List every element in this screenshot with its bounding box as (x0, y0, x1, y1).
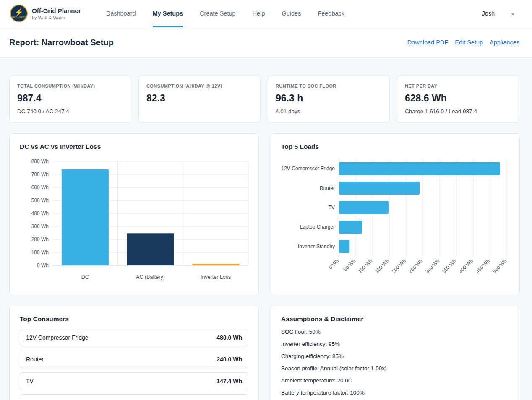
main-content: TOTAL CONSUMPTION (WH/DAY)987.4DC 740.0 … (0, 58, 532, 400)
chart-title: DC vs AC vs Inverter Loss (20, 143, 248, 151)
stat-card-net-per-day: NET PER DAY628.6 WhCharge 1,616.0 / Load… (397, 75, 519, 123)
dc-ac-inverter-bar-chart: 0 Wh100 Wh200 Wh300 Wh400 Wh500 Wh600 Wh… (20, 156, 248, 286)
appliances-link[interactable]: Appliances (490, 39, 519, 46)
svg-text:300 Wh: 300 Wh (31, 223, 49, 229)
top-5-loads-bar-chart: 0 Wh50 Wh100 Wh150 Wh200 Wh250 Wh300 Wh3… (281, 156, 509, 285)
page-title: Report: Narrowboat Setup (9, 38, 114, 47)
svg-text:150 Wh: 150 Wh (374, 258, 390, 274)
assumption-line: Inverter efficiency: 95% (281, 341, 509, 347)
svg-text:100 Wh: 100 Wh (31, 249, 49, 255)
navbar: ⚡ WATT & WATER Off-Grid Planner by Watt … (0, 0, 532, 27)
svg-text:250 Wh: 250 Wh (407, 258, 424, 274)
stat-label: NET PER DAY (405, 83, 511, 88)
brand[interactable]: ⚡ WATT & WATER Off-Grid Planner by Watt … (10, 5, 81, 22)
stat-card-runtime-to-soc-floor: RUNTIME TO SOC FLOOR96.3 h4.01 days (268, 75, 390, 123)
brand-text: Off-Grid Planner by Watt & Water (32, 7, 81, 20)
stat-card-total-consumption-wh-day: TOTAL CONSUMPTION (WH/DAY)987.4DC 740.0 … (9, 75, 131, 123)
edit-setup-link[interactable]: Edit Setup (455, 39, 483, 46)
consumer-row-router: Router240.0 Wh (20, 351, 248, 368)
chart-card-top-5-loads: Top 5 Loads 0 Wh50 Wh100 Wh150 Wh200 Wh2… (271, 133, 520, 295)
nav-items: DashboardMy SetupsCreate SetupHelpGuides… (106, 0, 344, 27)
user-menu[interactable]: Josh ⌄ (482, 10, 522, 17)
svg-text:TV: TV (329, 205, 335, 210)
bar-laptop-charger (339, 221, 362, 234)
consumer-value: 480.0 Wh (216, 334, 242, 341)
svg-text:0 Wh: 0 Wh (327, 258, 340, 270)
download-pdf-link[interactable]: Download PDF (407, 39, 449, 46)
svg-text:300 Wh: 300 Wh (424, 258, 441, 274)
header-actions: Download PDFEdit SetupAppliances (407, 39, 519, 46)
top-5-loads-chart-svg: 0 Wh50 Wh100 Wh150 Wh200 Wh250 Wh300 Wh3… (281, 156, 509, 283)
nav-item-create-setup[interactable]: Create Setup (200, 0, 235, 27)
svg-text:Inverter Loss: Inverter Loss (201, 274, 231, 280)
assumptions-card: Assumptions & Disclaimer SOC floor: 50%I… (271, 306, 519, 400)
chart-title: Top 5 Loads (281, 143, 509, 151)
consumer-name: 12V Compressor Fridge (26, 334, 89, 341)
consumer-value: 240.0 Wh (216, 356, 242, 363)
svg-text:200 Wh: 200 Wh (391, 258, 407, 274)
svg-text:400 Wh: 400 Wh (458, 258, 474, 274)
assumptions-title: Assumptions & Disclaimer (281, 315, 509, 323)
svg-text:Inverter Standby: Inverter Standby (298, 244, 335, 249)
chevron-down-icon: ⌄ (511, 10, 515, 16)
svg-text:700 Wh: 700 Wh (31, 171, 49, 177)
bar-tv (339, 201, 389, 214)
stat-subtext: DC 740.0 / AC 247.4 (17, 108, 123, 114)
svg-text:Router: Router (320, 185, 335, 191)
stats-row: TOTAL CONSUMPTION (WH/DAY)987.4DC 740.0 … (9, 75, 519, 123)
stat-label: RUNTIME TO SOC FLOOR (276, 83, 382, 88)
consumer-name: Router (26, 356, 44, 363)
stat-card-consumption-ah-day-12v: CONSUMPTION (AH/DAY @ 12V)82.3 (138, 75, 261, 123)
svg-text:100 Wh: 100 Wh (357, 258, 373, 274)
bar-inverter-standby (339, 240, 349, 253)
assumption-line: Season profile: Annual (solar factor 1.0… (281, 365, 509, 371)
assumption-line: Ambient temperature: 20.0C (281, 377, 509, 384)
bar-inverter-loss (192, 264, 239, 265)
nav-item-feedback[interactable]: Feedback (318, 0, 344, 27)
svg-text:Laptop Charger: Laptop Charger (300, 224, 335, 230)
stat-value: 96.3 h (276, 93, 382, 104)
stat-value: 82.3 (146, 93, 253, 104)
consumer-row-12v-compressor-fridge: 12V Compressor Fridge480.0 Wh (20, 329, 248, 346)
top-consumers-title: Top Consumers (20, 315, 248, 323)
stat-subtext: Charge 1,616.0 / Load 987.4 (405, 108, 511, 114)
svg-text:DC: DC (81, 274, 89, 280)
bar-ac-battery (127, 233, 174, 265)
svg-text:200 Wh: 200 Wh (31, 236, 49, 242)
brand-subtitle: by Watt & Water (32, 15, 81, 20)
brand-logo-icon: ⚡ WATT & WATER (10, 5, 28, 22)
svg-text:500 Wh: 500 Wh (491, 258, 508, 274)
svg-text:12V Compressor Fridge: 12V Compressor Fridge (282, 166, 335, 171)
nav-item-guides[interactable]: Guides (282, 0, 301, 27)
stat-value: 628.6 Wh (405, 93, 511, 104)
nav-item-dashboard[interactable]: Dashboard (106, 0, 136, 27)
nav-item-my-setups[interactable]: My Setups (153, 0, 183, 27)
nav-item-help[interactable]: Help (253, 0, 265, 27)
bar-router (339, 182, 420, 195)
consumer-value: 147.4 Wh (216, 378, 242, 384)
stat-value: 987.4 (17, 93, 123, 104)
bottom-row: Top Consumers 12V Compressor Fridge480.0… (9, 306, 519, 400)
svg-text:0 Wh: 0 Wh (37, 262, 49, 268)
stat-label: CONSUMPTION (AH/DAY @ 12V) (146, 83, 253, 88)
svg-text:450 Wh: 450 Wh (475, 258, 491, 274)
svg-text:400 Wh: 400 Wh (31, 210, 49, 216)
lightning-bolt-icon: ⚡ (14, 9, 23, 16)
assumptions-list: SOC floor: 50%Inverter efficiency: 95%Ch… (281, 329, 509, 396)
dc-ac-inverter-chart-svg: 0 Wh100 Wh200 Wh300 Wh400 Wh500 Wh600 Wh… (20, 156, 249, 284)
top-consumers-card: Top Consumers 12V Compressor Fridge480.0… (9, 306, 259, 400)
bar-12v-compressor-fridge (339, 162, 500, 175)
svg-text:800 Wh: 800 Wh (31, 158, 49, 164)
brand-title: Off-Grid Planner (32, 7, 81, 14)
svg-text:600 Wh: 600 Wh (31, 184, 49, 190)
chart-card-dc-ac-inverter: DC vs AC vs Inverter Loss 0 Wh100 Wh200 … (9, 133, 259, 295)
top-consumers-list: 12V Compressor Fridge480.0 WhRouter240.0… (20, 329, 248, 400)
stat-label: TOTAL CONSUMPTION (WH/DAY) (17, 83, 123, 88)
svg-text:50 Wh: 50 Wh (342, 258, 357, 272)
svg-text:AC (Battery): AC (Battery) (136, 274, 165, 280)
consumer-row-tv: TV147.4 Wh (20, 372, 248, 390)
consumer-name: TV (26, 378, 34, 384)
bar-dc (62, 169, 109, 265)
consumer-row-laptop-charger: Laptop Charger68.4 Wh (20, 394, 248, 400)
svg-text:350 Wh: 350 Wh (441, 258, 457, 274)
